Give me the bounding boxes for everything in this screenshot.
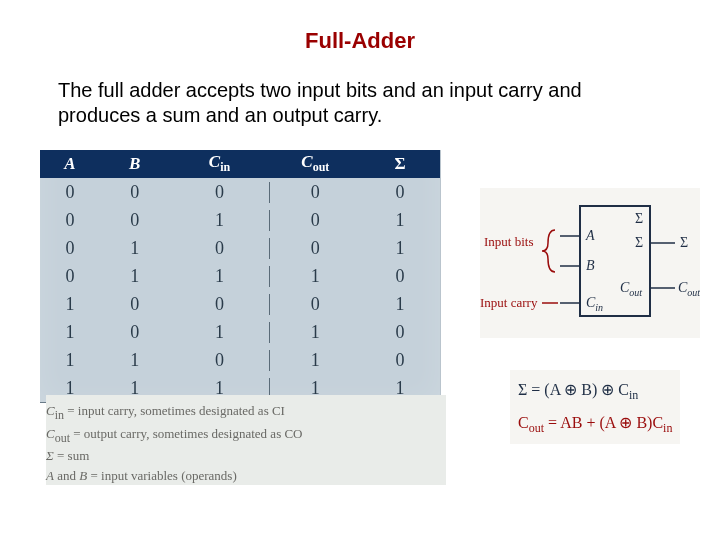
- brace-input-bits: [542, 230, 555, 272]
- eq-sum-text: Σ = (A ⊕ B) ⊕ C: [518, 381, 629, 398]
- table-cell: 0: [40, 182, 100, 203]
- eq-cout-c: C: [518, 414, 529, 431]
- legend-cin-sub: in: [55, 408, 64, 422]
- table-cell: 1: [360, 210, 440, 231]
- table-cell: 0: [269, 182, 360, 203]
- table-cell: 0: [269, 210, 360, 231]
- table-cell: 1: [360, 238, 440, 259]
- slide: Full-Adder The full adder accepts two in…: [0, 0, 720, 540]
- col-header-cout-sub: out: [313, 161, 330, 175]
- truth-table-body: 0000000101010010111010001101101101011111: [40, 178, 440, 403]
- eq-sum-sub: in: [629, 388, 638, 402]
- table-cell: 0: [40, 210, 100, 231]
- pin-sum-label: Σ: [635, 235, 643, 250]
- page-title: Full-Adder: [0, 28, 720, 54]
- table-cell: 1: [40, 322, 100, 343]
- legend-ab-text: = input variables (operands): [87, 468, 237, 483]
- truth-table-header: A B Cin Cout Σ: [40, 150, 440, 178]
- table-cell: 0: [360, 350, 440, 371]
- table-cell: 1: [269, 266, 360, 287]
- table-cell: 0: [170, 350, 270, 371]
- legend-sum-sym: Σ: [46, 448, 54, 463]
- table-cell: 0: [100, 182, 170, 203]
- table-cell: 0: [170, 294, 270, 315]
- legend-line-cout: Cout = output carry, sometimes designate…: [46, 424, 446, 447]
- table-cell: 0: [360, 322, 440, 343]
- equation-sum: Σ = (A ⊕ B) ⊕ Cin: [518, 374, 672, 407]
- table-cell: 1: [100, 266, 170, 287]
- equations-block: Σ = (A ⊕ B) ⊕ Cin Cout = AB + (A ⊕ B)Cin: [510, 370, 680, 444]
- col-header-cin-sym: C: [209, 152, 220, 171]
- table-row: 10001: [40, 290, 440, 318]
- table-cell: 1: [170, 266, 270, 287]
- col-header-cout: Cout: [269, 152, 360, 175]
- legend-cin-text: = input carry, sometimes designated as C…: [64, 403, 285, 418]
- table-cell: 0: [360, 266, 440, 287]
- truth-table-legend: Cin = input carry, sometimes designated …: [46, 395, 446, 485]
- sigma-label: Σ: [635, 211, 643, 226]
- diagram-svg: Σ A B Cin Σ Σ Cout Cout Input bits: [480, 188, 700, 338]
- table-row: 10110: [40, 318, 440, 346]
- legend-b-sym: B: [79, 468, 87, 483]
- table-row: 11010: [40, 346, 440, 374]
- table-cell: 1: [40, 350, 100, 371]
- table-cell: 0: [100, 294, 170, 315]
- table-cell: 0: [170, 238, 270, 259]
- legend-a-sym: A: [46, 468, 54, 483]
- eq-cout-sub2: in: [663, 421, 672, 435]
- table-cell: 0: [269, 238, 360, 259]
- eq-cout-rest: = AB + (A ⊕ B)C: [544, 414, 663, 431]
- table-cell: 1: [269, 350, 360, 371]
- legend-and-text: and: [54, 468, 79, 483]
- table-row: 00000: [40, 178, 440, 206]
- col-header-sum: Σ: [360, 154, 440, 174]
- table-row: 01001: [40, 234, 440, 262]
- legend-cin-sym: C: [46, 403, 55, 418]
- legend-cout-sym: C: [46, 426, 55, 441]
- full-adder-block-diagram: Σ A B Cin Σ Σ Cout Cout Input bits: [480, 188, 700, 338]
- table-cell: 0: [269, 294, 360, 315]
- table-cell: 1: [269, 322, 360, 343]
- table-cell: 1: [360, 294, 440, 315]
- input-carry-label: Input carry: [480, 295, 538, 310]
- pin-sum-out-label: Σ: [680, 235, 688, 250]
- table-cell: 0: [40, 266, 100, 287]
- table-cell: 0: [170, 182, 270, 203]
- table-row: 00101: [40, 206, 440, 234]
- legend-cout-sub: out: [55, 430, 70, 444]
- table-cell: 0: [100, 210, 170, 231]
- pin-cout-out-label: Cout: [678, 280, 700, 298]
- legend-line-ab: A and B = input variables (operands): [46, 466, 446, 486]
- pin-b-label: B: [586, 258, 595, 273]
- col-header-cin: Cin: [170, 152, 270, 175]
- equation-cout: Cout = AB + (A ⊕ B)Cin: [518, 407, 672, 440]
- description-text: The full adder accepts two input bits an…: [58, 78, 662, 128]
- table-cell: 1: [100, 350, 170, 371]
- table-cell: 0: [100, 322, 170, 343]
- table-cell: 1: [40, 294, 100, 315]
- legend-cout-text: = output carry, sometimes designated as …: [70, 426, 303, 441]
- legend-sum-text: = sum: [54, 448, 90, 463]
- table-cell: 1: [170, 210, 270, 231]
- eq-cout-sub: out: [529, 421, 544, 435]
- truth-table: A B Cin Cout Σ 0000000101010010111010001…: [40, 150, 441, 403]
- col-header-cin-sub: in: [220, 161, 230, 175]
- legend-line-sum: Σ = sum: [46, 446, 446, 466]
- table-cell: 0: [40, 238, 100, 259]
- input-bits-label: Input bits: [484, 234, 533, 249]
- table-cell: 1: [100, 238, 170, 259]
- table-cell: 0: [360, 182, 440, 203]
- legend-line-cin: Cin = input carry, sometimes designated …: [46, 401, 446, 424]
- table-row: 01110: [40, 262, 440, 290]
- col-header-a: A: [40, 154, 100, 174]
- table-cell: 1: [170, 322, 270, 343]
- pin-a-label: A: [585, 228, 595, 243]
- col-header-cout-sym: C: [301, 152, 312, 171]
- col-header-b: B: [100, 154, 170, 174]
